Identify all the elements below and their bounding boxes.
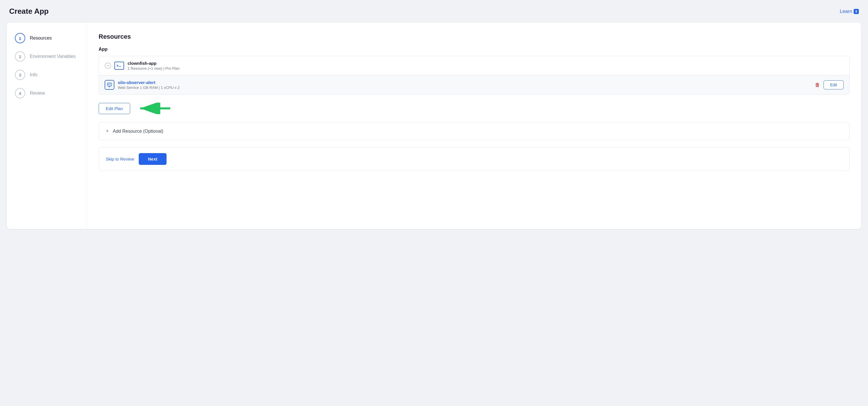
add-resource-label: Add Resource (Optional) [113,129,163,134]
step-1-label: Resources [30,36,52,41]
step-1-circle: 1 [15,33,25,43]
app-name: clownfish-app [128,61,180,66]
sidebar-item-resources[interactable]: 1 Resources [15,33,79,43]
learn-link[interactable]: Learn 8 [840,9,859,14]
step-2-label: Environment Variables [30,54,76,59]
sidebar-item-review[interactable]: 4 Review [15,88,79,98]
resource-card: − clownfish-app 1 Resource (+1 new) | Pr… [99,56,850,95]
step-4-label: Review [30,91,45,96]
sidebar-item-info[interactable]: 3 Info [15,70,79,80]
content-area: Resources App − clownfish-app 1 Resource… [87,23,861,229]
step-4-circle: 4 [15,88,25,98]
collapse-icon[interactable]: − [105,63,111,69]
svg-point-4 [108,84,109,85]
service-name: silo-observer-alert [118,80,811,85]
app-subsection-label: App [99,47,850,52]
top-bar: Create App Learn 8 [7,7,861,16]
next-button[interactable]: Next [139,153,166,165]
sidebar: 1 Resources 2 Environment Variables 3 In… [7,23,87,229]
delete-service-icon[interactable]: 🗑 [815,82,820,88]
skip-to-review-button[interactable]: Skip to Review [106,157,134,161]
green-arrow-indicator [136,103,173,114]
app-info: clownfish-app 1 Resource (+1 new) | Pro … [128,61,180,70]
step-3-label: Info [30,72,37,77]
resources-section-title: Resources [99,33,850,40]
bottom-actions: Skip to Review Next [99,147,850,171]
learn-badge: 8 [854,9,859,14]
app-meta: 1 Resource (+1 new) | Pro Plan [128,66,180,70]
step-3-circle: 3 [15,70,25,80]
main-card: 1 Resources 2 Environment Variables 3 In… [7,23,861,229]
learn-label: Learn [840,9,852,14]
service-icon [105,80,114,90]
service-actions: 🗑 Edit [815,80,844,90]
green-arrow-icon [136,103,173,114]
add-resource-box[interactable]: + Add Resource (Optional) [99,122,850,140]
app-code-icon [114,62,124,70]
service-specs: Web Service 1 GB RAM | 1 vCPU x 2 [118,86,811,90]
app-header-row: − clownfish-app 1 Resource (+1 new) | Pr… [99,56,849,75]
sidebar-item-env-vars[interactable]: 2 Environment Variables [15,51,79,62]
page-title: Create App [9,7,49,16]
edit-plan-row: Edit Plan [99,100,850,117]
step-2-circle: 2 [15,51,25,62]
edit-plan-button[interactable]: Edit Plan [99,103,130,114]
edit-service-button[interactable]: Edit [824,80,844,90]
service-row: silo-observer-alert Web Service 1 GB RAM… [99,75,849,94]
plus-icon: + [106,128,109,134]
service-info: silo-observer-alert Web Service 1 GB RAM… [118,80,811,90]
